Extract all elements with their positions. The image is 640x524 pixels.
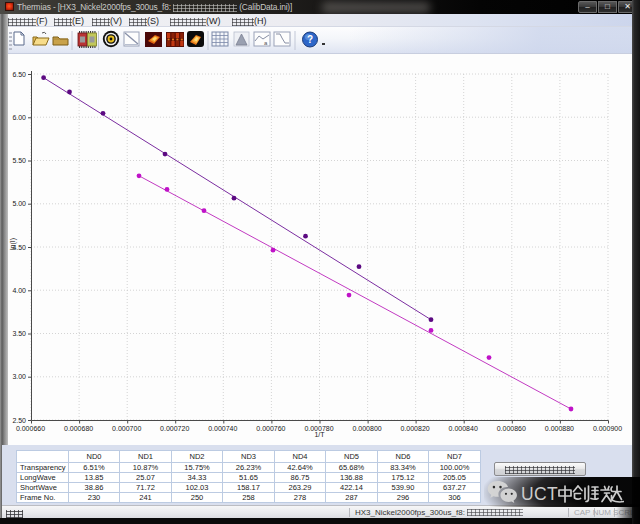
- svg-text:0.000860: 0.000860: [497, 425, 526, 432]
- svg-text:6.00: 6.00: [12, 114, 26, 121]
- svg-text:0.000900: 0.000900: [593, 425, 622, 432]
- svg-text:3.00: 3.00: [12, 373, 26, 380]
- svg-text:0.000720: 0.000720: [160, 425, 189, 432]
- svg-text:?: ?: [307, 34, 313, 45]
- svg-text:4.00: 4.00: [12, 287, 26, 294]
- svg-text:0.000680: 0.000680: [64, 425, 93, 432]
- svg-text:2.50: 2.50: [12, 417, 26, 424]
- svg-text:0.000820: 0.000820: [400, 425, 429, 432]
- svg-text:ln(I): ln(I): [9, 238, 17, 250]
- svg-text:0.000840: 0.000840: [449, 425, 478, 432]
- svg-text:3.50: 3.50: [12, 330, 26, 337]
- svg-text:0.000700: 0.000700: [112, 425, 141, 432]
- svg-text:0.000760: 0.000760: [256, 425, 285, 432]
- svg-text:6.50: 6.50: [12, 71, 26, 78]
- svg-text:1/T: 1/T: [314, 431, 325, 438]
- svg-text:0.000660: 0.000660: [16, 425, 45, 432]
- svg-text:5.00: 5.00: [12, 200, 26, 207]
- svg-text:0.000800: 0.000800: [352, 425, 381, 432]
- svg-text:0.000880: 0.000880: [545, 425, 574, 432]
- svg-text:0.000740: 0.000740: [208, 425, 237, 432]
- svg-text:5.50: 5.50: [12, 157, 26, 164]
